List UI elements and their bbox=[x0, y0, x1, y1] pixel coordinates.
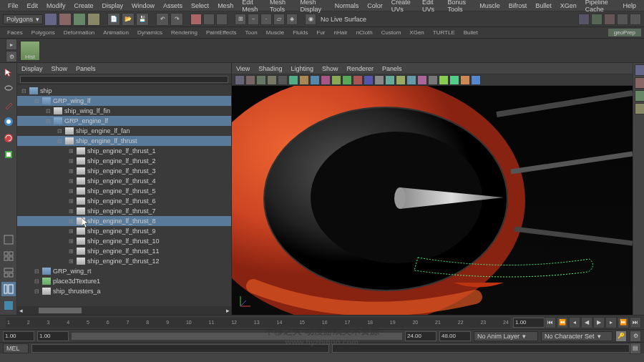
tree-row[interactable]: ⊞ship_engine_lf_thrust_7 bbox=[17, 206, 231, 216]
play-button[interactable]: ▶ bbox=[593, 317, 605, 328]
character-set-dropdown[interactable]: No Character Set▾ bbox=[541, 331, 613, 341]
tree-row[interactable]: ⊟GRP_wing_lf bbox=[17, 96, 231, 106]
viewport-tool-icon-6[interactable] bbox=[299, 75, 309, 85]
prefs-icon[interactable]: ⚙ bbox=[630, 331, 641, 342]
menu-help[interactable]: Help bbox=[618, 2, 640, 9]
lasso-tool-icon[interactable] bbox=[1, 82, 16, 96]
shelf-tab-ncloth[interactable]: nCloth bbox=[352, 29, 377, 36]
shelf-tab-turtle[interactable]: TURTLE bbox=[429, 29, 459, 36]
move-tool-icon[interactable] bbox=[1, 114, 16, 129]
layout-outliner-icon[interactable] bbox=[1, 282, 16, 296]
shelf-tab-geoprep[interactable]: geoPrep bbox=[608, 29, 641, 36]
go-start-button[interactable]: ⏮ bbox=[545, 317, 556, 328]
select-mode-icon[interactable] bbox=[190, 14, 202, 25]
menu-color[interactable]: Color bbox=[363, 2, 387, 9]
paint-icon[interactable] bbox=[216, 14, 228, 25]
tree-row[interactable]: ⊞ship_engine_lf_thrust_10 bbox=[17, 236, 231, 246]
tree-row[interactable]: ⊞ship_engine_lf_thrust_2 bbox=[17, 156, 231, 166]
shelf-tab-toon[interactable]: Toon bbox=[240, 29, 261, 36]
shelf-tab-bullet[interactable]: Bullet bbox=[459, 29, 482, 36]
shelf-tab-xgen[interactable]: XGen bbox=[405, 29, 428, 36]
shelf-hist-icon[interactable]: Hist bbox=[20, 41, 40, 61]
ipr-icon[interactable] bbox=[591, 14, 602, 25]
viewport-tool-icon-17[interactable] bbox=[417, 75, 427, 85]
menu-bonus-tools[interactable]: Bonus Tools bbox=[443, 0, 475, 13]
menu-bullet[interactable]: Bullet bbox=[531, 2, 556, 9]
prev-key-button[interactable]: ◂ bbox=[569, 317, 580, 328]
live-icon[interactable]: ◉ bbox=[305, 14, 316, 25]
viewport-menu-shading[interactable]: Shading bbox=[258, 65, 282, 72]
outliner-filter-input[interactable] bbox=[20, 76, 228, 83]
playback-start-field[interactable]: 1.00 bbox=[37, 331, 69, 341]
lasso-icon[interactable] bbox=[203, 14, 215, 25]
shelf-tab-deformation[interactable]: Deformation bbox=[59, 29, 99, 36]
viewport-tool-icon-21[interactable] bbox=[460, 75, 470, 85]
outliner-menu-display[interactable]: Display bbox=[21, 65, 43, 72]
menu-mesh-tools[interactable]: Mesh Tools bbox=[265, 0, 296, 13]
menu-normals[interactable]: Normals bbox=[331, 2, 364, 9]
tree-row[interactable]: ⊟place3dTexture1 bbox=[17, 276, 231, 286]
tool-icon-3[interactable] bbox=[73, 13, 86, 26]
outliner-menu-panels[interactable]: Panels bbox=[76, 65, 96, 72]
shelf-tab-muscle[interactable]: Muscle bbox=[262, 29, 288, 36]
viewport-tool-icon-12[interactable] bbox=[364, 75, 374, 85]
menu-mesh[interactable]: Mesh bbox=[213, 2, 238, 9]
tool-icon-4[interactable] bbox=[87, 13, 100, 26]
select-tool-icon[interactable] bbox=[1, 65, 16, 79]
range-start-field[interactable]: 1.00 bbox=[3, 331, 34, 341]
layout-four-icon[interactable] bbox=[1, 249, 16, 263]
viewport-menu-view[interactable]: View bbox=[236, 65, 250, 72]
current-frame-field[interactable]: 1.00 bbox=[513, 318, 545, 328]
tool-icon-1[interactable] bbox=[44, 13, 57, 26]
menu-muscle[interactable]: Muscle bbox=[475, 2, 504, 9]
shelf-tab-polygons[interactable]: Polygons bbox=[27, 29, 59, 36]
menu-modify[interactable]: Modify bbox=[42, 2, 70, 9]
viewport-tool-icon-8[interactable] bbox=[321, 75, 331, 85]
tree-row[interactable]: ⊞ship_engine_lf_thrust_4 bbox=[17, 176, 231, 186]
range-slider-track[interactable] bbox=[72, 333, 402, 340]
viewport-tool-icon-3[interactable] bbox=[267, 75, 277, 85]
layout-single-icon[interactable] bbox=[1, 233, 16, 247]
hypershade-icon[interactable] bbox=[617, 14, 628, 25]
menu-edit-uvs[interactable]: Edit UVs bbox=[418, 0, 444, 13]
render-icon[interactable] bbox=[578, 14, 590, 25]
outliner-menu-show[interactable]: Show bbox=[52, 65, 68, 72]
tree-row[interactable]: ⊞ship_engine_lf_thrust_6 bbox=[17, 196, 231, 206]
shelf-tab-fluids[interactable]: Fluids bbox=[288, 29, 312, 36]
menu-bifrost[interactable]: Bifrost bbox=[504, 2, 532, 9]
snap-point-icon[interactable]: · bbox=[260, 14, 272, 25]
viewport-tool-icon-0[interactable] bbox=[235, 75, 245, 85]
tree-row[interactable]: ⊞ship_engine_lf_thrust_8 bbox=[17, 216, 231, 226]
menu-create[interactable]: Create bbox=[70, 2, 98, 9]
play-back-button[interactable]: ◀ bbox=[581, 317, 592, 328]
script-editor-icon[interactable]: ▤ bbox=[630, 343, 641, 354]
viewport-tool-icon-4[interactable] bbox=[278, 75, 288, 85]
render-view-icon[interactable] bbox=[604, 14, 615, 25]
shelf-tab-dynamics[interactable]: Dynamics bbox=[133, 29, 167, 36]
tree-row[interactable]: ⊞ship_engine_lf_thrust_3 bbox=[17, 166, 231, 176]
tree-row[interactable]: ⊞ship_engine_lf_thrust_11 bbox=[17, 246, 231, 256]
menu-display[interactable]: Display bbox=[98, 2, 128, 9]
menu-file[interactable]: File bbox=[4, 2, 23, 9]
viewport-tool-icon-19[interactable] bbox=[439, 75, 449, 85]
snap-grid-icon[interactable]: ⊞ bbox=[235, 14, 246, 25]
viewport-tool-icon-1[interactable] bbox=[245, 75, 255, 85]
layout-custom-icon[interactable] bbox=[1, 298, 16, 313]
snap-live-icon[interactable]: ◈ bbox=[286, 14, 298, 25]
viewport-tool-icon-22[interactable] bbox=[471, 75, 481, 85]
shelf-tab-animation[interactable]: Animation bbox=[99, 29, 133, 36]
viewport-tool-icon-13[interactable] bbox=[374, 75, 384, 85]
new-icon[interactable]: 📄 bbox=[107, 13, 120, 26]
shelf-tab-custom[interactable]: Custom bbox=[377, 29, 406, 36]
shelf-menu-icon[interactable]: ⚙ bbox=[6, 51, 17, 62]
tree-row[interactable]: ⊟ship_engine_lf_fan bbox=[17, 126, 231, 136]
tool-icon-2[interactable] bbox=[59, 13, 72, 26]
channel-box-toggle[interactable] bbox=[633, 63, 644, 315]
viewport-tool-icon-10[interactable] bbox=[342, 75, 352, 85]
step-fwd-button[interactable]: ⏩ bbox=[618, 317, 629, 328]
attr-icon[interactable] bbox=[635, 90, 644, 102]
layout-icon[interactable] bbox=[630, 14, 641, 25]
channel-icon[interactable] bbox=[635, 64, 644, 76]
open-icon[interactable]: 📂 bbox=[122, 13, 135, 26]
viewport-menu-show[interactable]: Show bbox=[322, 65, 338, 72]
